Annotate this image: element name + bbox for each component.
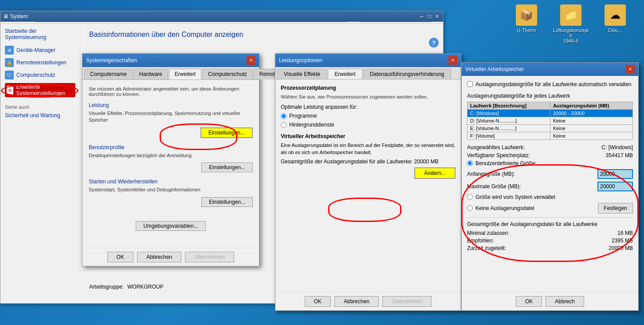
cp-sidebar: Startseite der Systemsteuerung ⚙ Geräte-… [0,24,80,276]
desktop-icon-utherm[interactable]: 📦 U-Therm [511,4,542,44]
tab-computerschutz[interactable]: Computerschutz [202,69,252,79]
auto-manage-label: Auslagerungsdateigröße für alle Laufwerk… [475,81,632,88]
radio-hintergrund-input[interactable] [281,122,287,128]
aendern-button[interactable]: Ändern... [414,167,456,179]
sidebar-home-link[interactable]: Startseite der Systemsteuerung [5,28,75,40]
prozessor-label: Optimale Leistung anpassen für: [281,104,456,110]
sidebar-see-also-title: Siehe auch [5,104,75,110]
perf-tab-visuelle[interactable]: Visuelle Effekte [277,69,327,79]
vm-content: Auslagerungsdateigröße für alle Laufwerk… [462,76,638,258]
virtual-memory-dialog: Virtueller Arbeitsspeicher × Auslagerung… [461,62,639,311]
vm-title: Virtueller Arbeitsspeicher [281,133,456,139]
help-button[interactable]: ? [429,38,439,48]
vm-abbrechen-button[interactable]: Abbrech [546,296,584,307]
sysprop-titlebar: Systemeigenschaften × [82,54,259,67]
benutzerprofile-settings-button[interactable]: Einstellungen... [201,162,253,172]
perf-abbrechen-button[interactable]: Abbrechen [334,296,379,307]
summary-title: Gesamtgröße der Auslagerungsdatei für al… [467,221,633,227]
drive-f-name: F: [Volume] [467,132,550,139]
sidebar-item-geraete[interactable]: ⚙ Geräte-Manager [5,46,75,55]
no-pagefile-label: Keine Auslagerungsdatei [475,205,534,211]
sidebar-item-remote[interactable]: 🔒 Remoteeinstellungen [5,58,75,67]
min-value: 16 MB [617,230,633,236]
drive-row-c[interactable]: C: [Windows] 20000 - 20000 [467,109,633,117]
starten-settings-button[interactable]: Einstellungen... [201,197,253,207]
drive-row-d[interactable]: D: [Volume-N............] Keine [467,117,633,124]
utherm-icon: 📦 [516,4,537,26]
leistungsoptionen-dialog: Leistungsoptionen × Visuelle Effekte Erw… [275,53,461,311]
available-space-value: 354417 MB [606,152,633,159]
sysprop-close-button[interactable]: × [247,56,255,65]
sysprop-abbrechen-button[interactable]: Abbrechen [137,252,181,262]
cloud-label: Clou... [608,28,622,33]
radio-hintergrund-label: Hintergrunddienste [289,122,334,128]
desktop-icon-cloud[interactable]: ☁ Clou... [600,4,631,44]
benutzerprofile-section: Benutzerprofile Desktopeinstellungen bez… [89,144,253,172]
cp-main-title: Basisinformationen über den Computer anz… [89,31,434,39]
drives-table-header-size: Auslagerungsdatei (MB) [550,102,632,109]
sidebar-sicherheit[interactable]: Sicherheit und Wartung [5,112,75,119]
leistung-title: Leistung [89,102,253,108]
festlegen-button[interactable]: Festlegen [598,203,633,214]
drive-e-name: E: [Volume-N............] [467,124,550,132]
no-pagefile-radio-input[interactable] [467,205,473,211]
system-managed-radio-input[interactable] [467,194,473,200]
tab-computername[interactable]: Computername [84,69,133,79]
perf-tab-datenausfuehrung[interactable]: Datenausführungsverhinderung [363,69,451,79]
vm-footer: OK Abbrech [462,292,638,310]
custom-size-label: Benutzerdefinierte Größe: [475,160,537,166]
selected-drive-row: Ausgewähltes Laufwerk: C: [Windows] [467,144,633,151]
auto-manage-checkbox[interactable] [467,81,473,87]
available-space-label: Verfügbarer Speicherplatz: [467,152,530,159]
perf-ok-button[interactable]: OK [305,296,331,307]
computerschutz-icon: 🛡 [5,71,14,79]
custom-size-radio-input[interactable] [467,160,473,166]
recommended-label: Empfohlen: [467,238,494,244]
vm-close-button[interactable]: × [626,65,635,74]
sysprop-ok-button[interactable]: OK [107,252,134,262]
sidebar-item-computerschutz[interactable]: 🛡 Computerschutz [5,71,75,79]
auto-manage-row: Auslagerungsdateigröße für alle Laufwerk… [467,81,633,88]
close-button[interactable]: × [434,13,440,20]
drive-row-e[interactable]: E: [Volume-N............] Keine [467,124,633,132]
perf-close-button[interactable]: × [448,56,457,65]
tab-erweitert[interactable]: Erweitert [169,69,201,79]
lueftung-icon: 📁 [560,4,581,26]
erweitert-icon: ⚙ [7,86,13,95]
desktop: 📦 U-Therm 📁 Lüftungskonzept 51946-6 ☁ Cl… [0,0,644,325]
system-managed-label: Größe wird vom System verwaltet [475,194,555,200]
minimize-button[interactable]: ─ [418,13,425,20]
radio-programme-label: Programme [289,113,317,119]
radio-programme: Programme [281,113,456,119]
perf-title: Leistungsoptionen [279,57,448,63]
vm-titlebar: Virtueller Arbeitsspeicher × [462,63,638,76]
umgebungsvariablen-button[interactable]: Umgebungsvariablen... [136,221,205,231]
perf-uebernehmen-button[interactable]: Übernehmen [382,296,432,307]
starten-title: Starten und Wiederherstellen [89,178,253,185]
vm-desc: Eine Auslagerungsdatei ist ein Bereich a… [281,142,456,156]
sysprop-uebernehmen-button[interactable]: Übernehmen [185,252,234,262]
recommended-value: 2395 MB [612,238,633,244]
maximize-button[interactable]: □ [426,13,433,20]
leistung-settings-button[interactable]: Einstellungen... [200,127,253,138]
max-size-input[interactable] [597,182,633,191]
radio-programme-input[interactable] [281,113,287,119]
vm-summary: Gesamtgröße der Auslagerungsdatei für al… [467,217,633,251]
perf-footer: OK Abbrechen Übernehmen [275,292,461,310]
sidebar-item-erweitert[interactable]: ⚙ Erweiterte Systemeinstellungen [5,83,75,97]
perf-tab-erweitert[interactable]: Erweitert [328,69,362,79]
drive-d-value: Keine [550,117,632,124]
vm-size-label: Gesamtgröße der Auslagerungsdatei für al… [281,159,413,165]
prozessor-title: Prozessorzeitplanung [281,85,456,91]
system-managed-radio: Größe wird vom System verwaltet [467,194,633,200]
tab-hardware[interactable]: Hardware [134,69,168,79]
start-size-input[interactable] [597,169,633,179]
desktop-icon-lueftung[interactable]: 📁 Lüftungskonzept 51946-6 [555,4,586,44]
min-label: Minimal zulassen: [467,230,509,236]
vm-section: Virtueller Arbeitsspeicher Eine Auslager… [281,133,456,179]
drive-c-value: 20000 - 20000 [550,109,632,117]
start-size-row: Anfangsgröße (MB): [467,169,633,179]
selected-drive-value: C: [Windows] [601,144,633,151]
vm-ok-button[interactable]: OK [516,296,542,307]
drive-row-f[interactable]: F: [Volume] Keine [467,132,633,139]
